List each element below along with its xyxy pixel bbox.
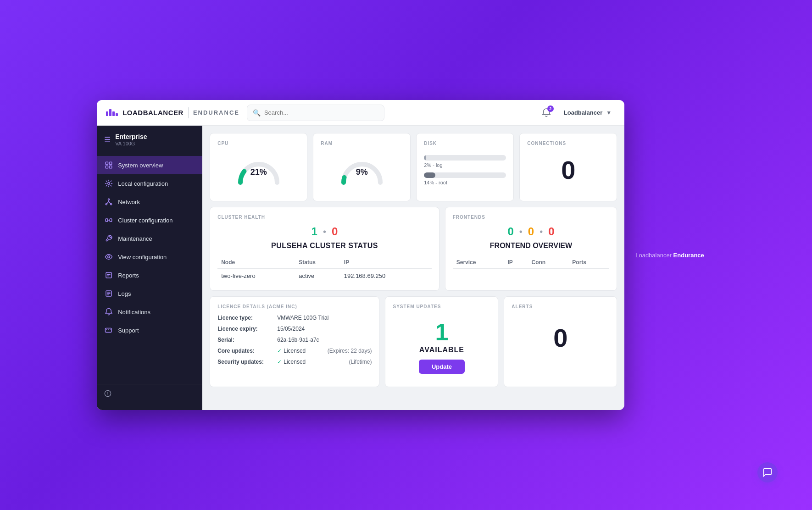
cluster-name: PULSEHA CLUSTER STATUS — [217, 242, 432, 250]
ram-card: RAM 9% — [313, 133, 411, 201]
logo-text: LOADBALANCER — [122, 109, 184, 116]
cluster-col-node: Node — [217, 256, 295, 269]
view-icon — [104, 252, 113, 261]
licence-val-core: ✓Licensed — [277, 348, 322, 354]
disk-row-log: 2% - log — [424, 155, 506, 168]
system-updates-title: SYSTEM UPDATES — [393, 304, 490, 309]
sidebar-item-view-configuration[interactable]: View configuration — [97, 248, 202, 266]
search-bar[interactable]: 🔍 — [247, 105, 384, 121]
cluster-row-status: active — [295, 269, 340, 283]
licence-val-expiry: 15/05/2024 — [277, 326, 372, 332]
licence-extra-security: (Lifetime) — [349, 359, 372, 365]
chat-icon — [762, 467, 773, 477]
licence-val-serial: 62a-16b-9a1-a7c — [277, 337, 372, 343]
system-updates-card: SYSTEM UPDATES 1 AVAILABLE Update — [385, 296, 498, 387]
footer-bold: Endurance — [673, 252, 704, 259]
app-header: LOADBALANCER ENDURANCE 🔍 2 Loadbalancer … — [97, 100, 624, 126]
licence-row-security: Security updates: ✓Licensed (Lifetime) — [217, 359, 372, 365]
sidebar-item-reports[interactable]: Reports — [97, 266, 202, 284]
support-icon — [104, 326, 113, 335]
disk-bar-fill-root — [424, 172, 435, 178]
sidebar-header[interactable]: ☰ Enterprise VA 100G — [97, 126, 202, 152]
reports-icon — [104, 271, 113, 280]
disk-bars: 2% - log 14% - root — [424, 151, 506, 194]
footer-text: Loadbalancer Endurance — [635, 252, 704, 259]
sidebar-item-notifications[interactable]: Notifications — [97, 303, 202, 321]
licence-key-expiry: Licence expiry: — [217, 326, 277, 332]
search-input[interactable] — [264, 109, 378, 116]
licence-row-core: Core updates: ✓Licensed (Expires: 22 day… — [217, 348, 372, 354]
frontend-table: Service IP Conn Ports — [453, 256, 609, 269]
ram-value: 9% — [356, 167, 368, 177]
disk-bar-bg-log — [424, 155, 506, 161]
licence-row-type: Licence type: VMWARE 100G Trial — [217, 315, 372, 321]
licence-key-type: Licence type: — [217, 315, 277, 321]
licence-row: LICENCE DETAILS (ACME INC) Licence type:… — [210, 296, 617, 387]
logo-divider — [188, 107, 189, 118]
disk-bar-bg-root — [424, 172, 506, 178]
sidebar-toggle-icon: ☰ — [104, 135, 111, 144]
licence-key-serial: Serial: — [217, 337, 277, 343]
enterprise-info: Enterprise VA 100G — [115, 133, 195, 146]
disk-row-root: 14% - root — [424, 172, 506, 185]
connections-card: CONNECTIONS 0 — [519, 133, 617, 201]
logo-icon — [106, 109, 118, 116]
logo-area: LOADBALANCER ENDURANCE — [106, 107, 239, 118]
sidebar-footer[interactable] — [97, 384, 202, 403]
licence-key-security: Security updates: — [217, 359, 277, 365]
updates-label: AVAILABLE — [419, 346, 464, 354]
metrics-row: CPU 21% RAM — [210, 133, 617, 201]
licence-key-core: Core updates: — [217, 348, 277, 354]
main-layout: ☰ Enterprise VA 100G System overview — [97, 126, 624, 410]
frontend-stats: 0 • 0 • 0 — [453, 225, 609, 238]
sidebar-item-logs[interactable]: Logs — [97, 284, 202, 303]
nav-label-local-configuration: Local configuration — [118, 180, 168, 187]
cpu-card: CPU 21% — [210, 133, 307, 201]
connections-title: CONNECTIONS — [527, 141, 609, 146]
nav-label-maintenance: Maintenance — [118, 235, 152, 242]
frontend-stat2: 0 — [528, 225, 534, 238]
disk-card: DISK 2% - log 14% - root — [416, 133, 514, 201]
cluster-health-title: CLUSTER HEALTH — [217, 215, 432, 220]
cpu-value: 21% — [250, 167, 267, 177]
svg-point-10 — [108, 256, 110, 258]
connections-value: 0 — [527, 151, 609, 188]
grid-icon — [104, 161, 113, 170]
nav-label-network: Network — [118, 199, 140, 205]
update-button[interactable]: Update — [419, 360, 465, 374]
licence-val-security: ✓Licensed — [277, 359, 343, 365]
cluster-col-status: Status — [295, 256, 340, 269]
disk-bar-fill-log — [424, 155, 426, 161]
frontend-col-conn: Conn — [528, 256, 569, 269]
notification-badge: 2 — [547, 105, 554, 112]
cluster-dot1: • — [323, 227, 326, 237]
network-icon — [104, 197, 113, 206]
info-icon — [104, 390, 111, 397]
chat-button[interactable] — [757, 462, 778, 482]
sidebar-item-support[interactable]: Support — [97, 321, 202, 339]
frontends-title: FRONTENDS — [453, 215, 609, 220]
frontend-col-ip: IP — [504, 256, 528, 269]
cluster-stat1: 1 — [311, 225, 317, 238]
enterprise-name: Enterprise — [115, 133, 195, 140]
main-content: CPU 21% RAM — [202, 126, 624, 410]
user-menu[interactable]: Loadbalancer ▼ — [560, 107, 615, 118]
svg-rect-3 — [110, 166, 112, 168]
ram-gauge: 9% — [321, 151, 403, 181]
sidebar-item-cluster-configuration[interactable]: Cluster configuration — [97, 211, 202, 229]
sidebar-item-system-overview[interactable]: System overview — [97, 156, 202, 174]
cluster-health-card: CLUSTER HEALTH 1 • 0 PULSEHA CLUSTER STA… — [210, 207, 439, 291]
notification-button[interactable]: 2 — [538, 105, 555, 121]
cpu-title: CPU — [217, 141, 300, 146]
alerts-title: ALERTS — [512, 304, 609, 309]
check-icon-security: ✓ — [277, 359, 282, 365]
svg-rect-11 — [106, 272, 111, 278]
svg-rect-2 — [106, 166, 108, 168]
logs-icon — [104, 289, 113, 298]
sidebar-item-network[interactable]: Network — [97, 193, 202, 211]
sidebar-item-local-configuration[interactable]: Local configuration — [97, 174, 202, 193]
nav-label-system-overview: System overview — [118, 162, 163, 169]
nav-label-notifications: Notifications — [118, 309, 150, 316]
sidebar-item-maintenance[interactable]: Maintenance — [97, 229, 202, 248]
frontends-card: FRONTENDS 0 • 0 • 0 FRONTEND OVERVIEW Se… — [445, 207, 617, 291]
